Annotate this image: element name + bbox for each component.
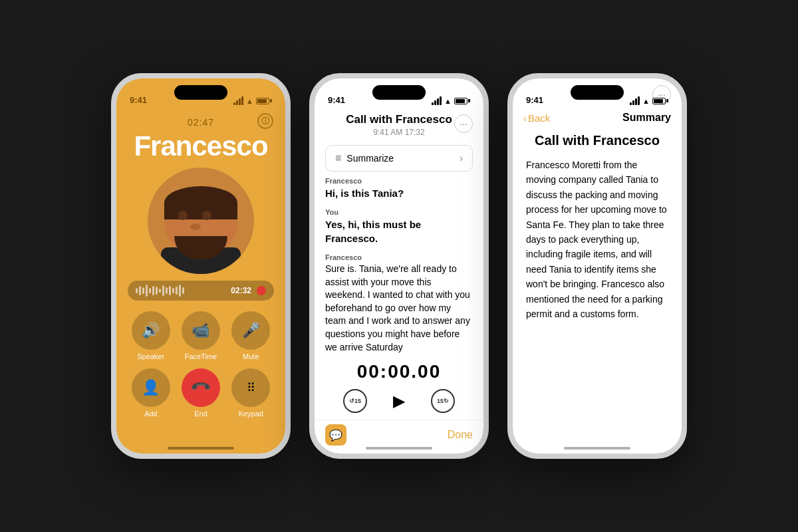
battery-icon-1: [256, 98, 272, 104]
message-block-1: You Yes, hi, this must be Francesco.: [325, 208, 473, 245]
battery-icon-3: [652, 98, 668, 104]
wifi-icon-2: ▲: [444, 97, 452, 105]
play-button[interactable]: ▶: [386, 388, 412, 414]
summarize-label: Summarize: [346, 153, 394, 164]
transcript-header: Call with Francesco 9:41 AM 17:32 ···: [315, 108, 483, 140]
skip-forward-button[interactable]: 15↻: [431, 389, 455, 413]
status-time-3: 9:41: [526, 95, 543, 105]
skip-back-button[interactable]: ↺15: [343, 389, 367, 413]
summarize-button[interactable]: ≡ Summarize ›: [325, 145, 473, 172]
call-controls: 🔊 Speaker 📹 FaceTime 🎤 Mute 👤 Add: [116, 311, 285, 418]
transcript-subtitle: 9:41 AM 17:32: [325, 128, 473, 137]
phones-container: 9:41 ▲ ⓘ 02:47: [111, 73, 687, 459]
summarize-icon: ≡: [335, 152, 341, 164]
call-screen: ⓘ 02:47 Francesco: [116, 78, 285, 454]
message-speaker-1: You: [325, 208, 473, 216]
status-icons-1: ▲: [233, 96, 272, 105]
status-time-2: 9:41: [328, 95, 345, 105]
caller-avatar: [148, 168, 254, 274]
facetime-button[interactable]: 📹 FaceTime: [180, 311, 221, 360]
home-indicator-3: [564, 447, 630, 450]
playback-controls: ↺15 ▶ 15↻: [315, 385, 483, 420]
phone-transcript: 9:41 ▲ Call with: [309, 73, 489, 459]
call-timer: 02:47: [188, 117, 214, 128]
transcript-messages: Francesco Hi, is this Tania? You Yes, hi…: [315, 177, 483, 356]
message-speaker-0: Francesco: [325, 177, 473, 185]
recording-dot: [257, 286, 266, 295]
waveform: [136, 285, 225, 297]
home-indicator-1: [168, 447, 234, 450]
home-indicator-2: [366, 447, 432, 450]
summary-screen: ‹ Back Summary ··· Call with Francesco F…: [513, 78, 682, 454]
message-block-2: Francesco Sure is. Tania, we're all read…: [325, 253, 473, 354]
playback-timer: 00:00.00: [315, 356, 483, 385]
summary-text: Francesco Moretti from the moving compan…: [526, 158, 668, 321]
message-speaker-2: Francesco: [325, 253, 473, 261]
signal-bars-3: [630, 96, 640, 105]
three-dots-button[interactable]: ···: [454, 114, 473, 133]
status-icons-2: ▲: [432, 96, 470, 105]
chevron-right-icon: ›: [460, 152, 463, 164]
summary-title: Call with Francesco: [526, 133, 668, 148]
transcript-title: Call with Francesco: [325, 113, 473, 126]
summary-nav-title: Summary: [622, 112, 671, 124]
summary-content: Call with Francesco Francesco Moretti fr…: [513, 128, 682, 454]
wifi-icon-3: ▲: [642, 97, 650, 105]
message-block-0: Francesco Hi, is this Tania?: [325, 177, 473, 200]
back-label: Back: [528, 112, 550, 124]
phone-summary: 9:41 ▲: [507, 73, 687, 459]
info-button[interactable]: ⓘ: [257, 113, 273, 129]
back-button[interactable]: ‹ Back: [523, 112, 550, 124]
end-call-button[interactable]: 📞 End: [180, 368, 221, 418]
signal-bars-2: [432, 96, 442, 105]
add-button[interactable]: 👤 Add: [130, 368, 172, 418]
memoji: [154, 174, 247, 274]
dynamic-island: [174, 85, 227, 100]
keypad-button[interactable]: ⠿ Keypad: [230, 368, 272, 418]
phone-active-call: 9:41 ▲ ⓘ 02:47: [111, 73, 291, 459]
summary-nav: ‹ Back Summary ···: [513, 108, 682, 128]
recording-time: 02:32: [231, 286, 251, 295]
recording-bar: 02:32: [128, 281, 274, 301]
mute-button[interactable]: 🎤 Mute: [230, 311, 272, 360]
dynamic-island-3: [571, 85, 624, 100]
signal-bars-1: [233, 96, 243, 105]
battery-icon-2: [454, 98, 470, 104]
message-text-1: Yes, hi, this must be Francesco.: [325, 217, 473, 245]
wifi-icon-1: ▲: [246, 97, 253, 105]
message-text-0: Hi, is this Tania?: [325, 186, 473, 200]
message-text-2: Sure is. Tania, we're all ready to assis…: [325, 263, 473, 354]
dynamic-island-2: [372, 85, 426, 100]
caller-name: Francesco: [134, 130, 267, 162]
speaker-button[interactable]: 🔊 Speaker: [130, 311, 172, 360]
back-chevron-icon: ‹: [523, 112, 527, 124]
done-button[interactable]: Done: [448, 429, 473, 441]
transcript-screen: Call with Francesco 9:41 AM 17:32 ··· ≡ …: [315, 78, 483, 454]
status-icons-3: ▲: [630, 96, 668, 105]
chat-icon-button[interactable]: 💬: [325, 424, 346, 446]
status-time-1: 9:41: [130, 95, 147, 105]
